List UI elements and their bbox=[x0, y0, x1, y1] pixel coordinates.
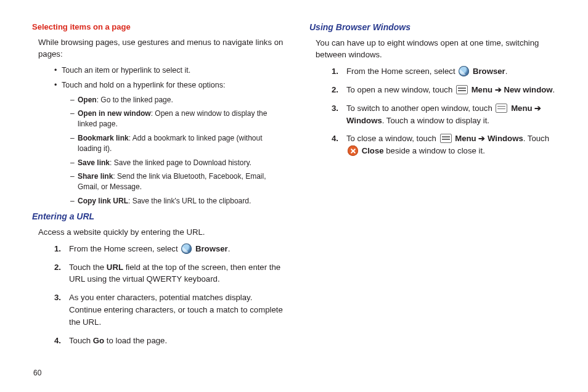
manual-page: Selecting items on a page While browsing… bbox=[0, 0, 588, 392]
option-label: Share link bbox=[78, 172, 113, 181]
intro-entering-url: Access a website quickly by entering the… bbox=[32, 226, 285, 238]
sub-option: Open: Go to the linked page. bbox=[70, 95, 285, 105]
bullet-item: Touch an item or hyperlink to select it. bbox=[54, 65, 285, 76]
option-label: Save link bbox=[78, 158, 110, 167]
menu-icon bbox=[496, 104, 507, 113]
sub-option: Open in new window: Open a new window to… bbox=[70, 108, 285, 129]
sub-option: Share link: Send the link via Bluetooth,… bbox=[70, 171, 285, 192]
step-item: Touch Go to load the page. bbox=[54, 335, 285, 347]
step-item: To open a new window, touch Menu ➔ New w… bbox=[332, 84, 562, 96]
intro-browser-windows: You can have up to eight windows open at… bbox=[309, 37, 562, 60]
option-label: Copy link URL bbox=[78, 197, 128, 205]
menu-icon bbox=[440, 134, 452, 143]
right-column: Using Browser Windows You can have up to… bbox=[309, 22, 562, 353]
step-text: From the Home screen, select bbox=[346, 67, 457, 76]
sub-option-list: Open: Go to the linked page. Open in new… bbox=[62, 95, 285, 206]
steps-browser-windows: From the Home screen, select Browser. To… bbox=[309, 65, 562, 157]
label-menu: Menu bbox=[511, 104, 532, 113]
step-item: As you enter characters, potential match… bbox=[54, 292, 285, 328]
label-close: Close bbox=[362, 146, 384, 155]
browser-icon bbox=[459, 66, 469, 76]
step-text: From the Home screen, select bbox=[69, 244, 180, 253]
step-text: . Touch a window to display it. bbox=[382, 116, 489, 125]
close-icon bbox=[348, 145, 358, 156]
option-desc: : Save the link's URL to the clipboard. bbox=[128, 197, 251, 205]
label-browser: Browser bbox=[473, 67, 505, 76]
step-text: to load the page. bbox=[104, 336, 167, 345]
step-text: . bbox=[553, 85, 555, 94]
heading-selecting-items: Selecting items on a page bbox=[32, 22, 285, 31]
step-text: beside a window to close it. bbox=[384, 146, 485, 155]
step-text: Touch the bbox=[69, 263, 107, 272]
left-column: Selecting items on a page While browsing… bbox=[32, 22, 285, 353]
step-item: To switch to another open window, touch … bbox=[332, 102, 562, 127]
steps-entering-url: From the Home screen, select Browser. To… bbox=[32, 243, 285, 347]
label-browser: Browser bbox=[195, 244, 228, 253]
sub-option: Bookmark link: Add a bookmark to linked … bbox=[70, 133, 285, 154]
step-text: . bbox=[505, 67, 508, 76]
bullet-item: Touch and hold on a hyperlink for these … bbox=[54, 80, 285, 206]
step-text: To close a window, touch bbox=[346, 134, 439, 143]
step-item: From the Home screen, select Browser. bbox=[54, 243, 285, 255]
step-text: . Touch bbox=[523, 134, 549, 143]
two-column-layout: Selecting items on a page While browsing… bbox=[32, 22, 562, 353]
browser-icon bbox=[181, 243, 192, 254]
label-menu: Menu bbox=[472, 85, 492, 94]
heading-browser-windows: Using Browser Windows bbox=[309, 22, 562, 32]
step-item: From the Home screen, select Browser. bbox=[332, 65, 562, 78]
bullet-text: Touch and hold on a hyperlink for these … bbox=[62, 81, 225, 89]
label-go: Go bbox=[93, 336, 104, 345]
step-text: To open a new window, touch bbox=[346, 85, 455, 94]
menu-icon bbox=[456, 85, 468, 94]
step-item: To close a window, touch Menu ➔ Windows.… bbox=[332, 133, 562, 157]
option-label: Bookmark link bbox=[78, 134, 129, 142]
page-number: 60 bbox=[33, 369, 41, 377]
heading-entering-url: Entering a URL bbox=[32, 211, 285, 221]
label-url: URL bbox=[107, 263, 123, 272]
sub-option: Copy link URL: Save the link's URL to th… bbox=[70, 196, 285, 206]
bullet-list: Touch an item or hyperlink to select it.… bbox=[32, 65, 285, 206]
option-desc: : Save the linked page to Download histo… bbox=[110, 158, 251, 167]
arrow-icon: ➔ bbox=[533, 104, 542, 113]
label-windows: Windows bbox=[488, 134, 523, 143]
label-new-window: New window bbox=[504, 85, 552, 94]
intro-selecting: While browsing pages, use gestures and m… bbox=[32, 36, 285, 60]
step-text: . bbox=[228, 244, 231, 253]
arrow-icon: ➔ bbox=[492, 85, 504, 94]
option-label: Open in new window bbox=[78, 109, 151, 118]
step-text: To switch to another open window, touch bbox=[346, 104, 494, 113]
label-windows: Windows bbox=[346, 116, 382, 125]
step-item: Touch the URL field at the top of the sc… bbox=[54, 261, 285, 286]
label-menu: Menu bbox=[455, 134, 476, 143]
option-desc: : Go to the linked page. bbox=[97, 96, 173, 104]
sub-option: Save link: Save the linked page to Downl… bbox=[70, 158, 285, 168]
option-label: Open bbox=[78, 96, 97, 104]
arrow-icon: ➔ bbox=[476, 134, 488, 143]
step-text: Touch bbox=[69, 336, 93, 345]
